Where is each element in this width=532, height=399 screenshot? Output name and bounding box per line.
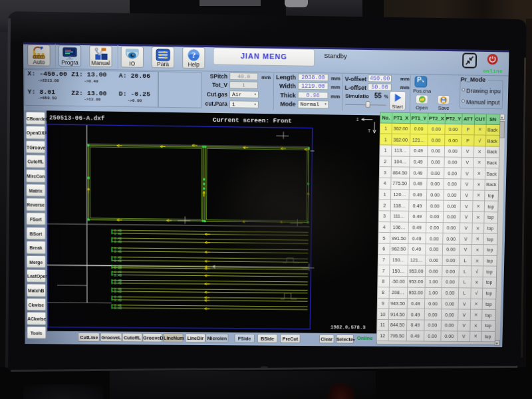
svg-text:I: I xyxy=(356,118,359,123)
svg-text:0.49: 0.49 xyxy=(114,232,122,235)
svg-text:1982.0,578.3: 1982.0,578.3 xyxy=(331,325,366,331)
svg-text:0.49: 0.49 xyxy=(114,282,122,285)
svg-text:0.49: 0.49 xyxy=(114,307,122,311)
svg-text:0.49: 0.49 xyxy=(114,250,122,253)
svg-text:T: T xyxy=(368,128,370,134)
svg-text:0.49: 0.49 xyxy=(114,299,122,302)
svg-text:0.49: 0.49 xyxy=(114,274,122,277)
svg-text:0.49: 0.49 xyxy=(114,291,122,294)
svg-text:Current screen: Front: Current screen: Front xyxy=(213,117,292,125)
svg-text:0.49: 0.49 xyxy=(114,267,122,270)
svg-text:250513-06-A.dxf: 250513-06-A.dxf xyxy=(49,114,105,122)
svg-text:0.49: 0.49 xyxy=(114,259,122,263)
svg-text:0.49: 0.49 xyxy=(114,241,122,244)
svg-text:?: ? xyxy=(192,50,196,60)
